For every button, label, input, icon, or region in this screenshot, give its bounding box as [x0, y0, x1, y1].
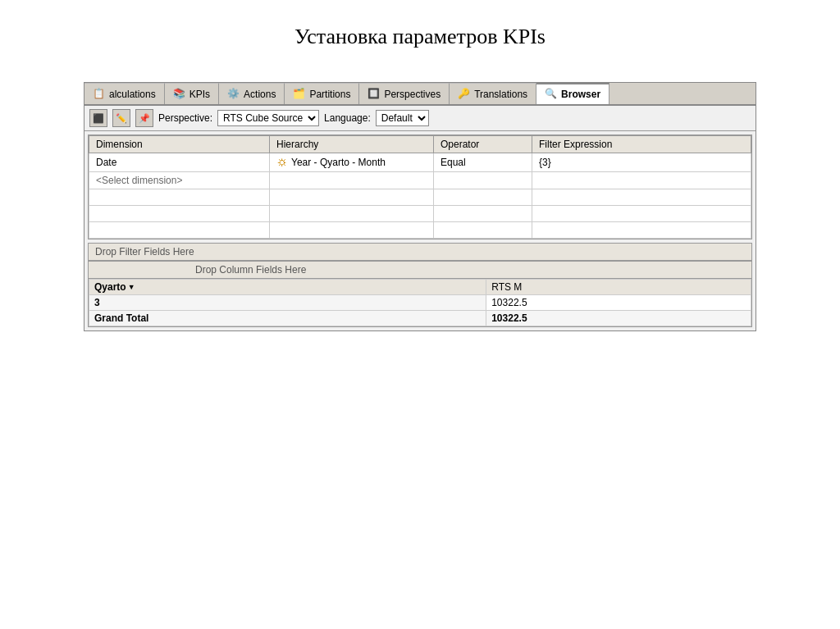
table-row: Date ⛭ Year - Qyarto - Month Equal {3}	[89, 153, 751, 172]
empty-cell	[270, 206, 434, 222]
filter-area: Dimension Hierarchy Operator Filter Expr…	[88, 134, 752, 239]
tab-calculations[interactable]: 📋 alculations	[84, 83, 165, 104]
actions-icon: ⚙️	[227, 88, 240, 101]
pivot-col-header: RTS M	[486, 280, 751, 295]
pivot-value-0: 10322.5	[486, 295, 751, 311]
empty-cell	[434, 222, 532, 239]
col-dimension: Dimension	[89, 136, 270, 153]
dropdown-arrow-icon: ▼	[128, 283, 135, 291]
kpis-icon: 📚	[173, 88, 186, 101]
col-operator: Operator	[434, 136, 532, 153]
toolbar-btn-3[interactable]: 📌	[135, 109, 153, 127]
empty-cell	[434, 189, 532, 206]
cell-operator-0: Equal	[434, 153, 532, 172]
empty-cell	[532, 222, 751, 239]
language-select[interactable]: Default	[376, 110, 429, 126]
pivot-total-value: 10322.5	[486, 311, 751, 326]
partitions-icon: 🗂️	[293, 88, 306, 101]
tab-browser[interactable]: 🔍 Browser	[536, 83, 609, 105]
cell-dimension-1[interactable]: <Select dimension>	[89, 172, 270, 189]
cell-filter-1	[532, 172, 751, 189]
toolbar: ⬛ ✏️ 📌 Perspective: RTS Cube Source Lang…	[84, 106, 756, 131]
tabs-bar: 📋 alculations 📚 KPIs ⚙️ Actions 🗂️ Parti…	[84, 83, 756, 106]
toolbar-btn-1[interactable]: ⬛	[89, 109, 107, 127]
language-label: Language:	[324, 112, 371, 124]
drop-filter-zone[interactable]: Drop Filter Fields Here	[88, 243, 752, 261]
col-hierarchy: Hierarchy	[270, 136, 434, 153]
filter-table: Dimension Hierarchy Operator Filter Expr…	[89, 135, 751, 239]
empty-cell	[270, 222, 434, 239]
drop-column-zone[interactable]: Drop Column Fields Here	[89, 262, 751, 279]
perspective-label: Perspective:	[158, 112, 212, 124]
browser-icon: 🔍	[545, 88, 558, 101]
empty-cell	[532, 189, 751, 206]
tab-partitions[interactable]: 🗂️ Partitions	[285, 83, 359, 104]
cell-hierarchy-1	[270, 172, 434, 189]
toolbar-btn-2[interactable]: ✏️	[112, 109, 130, 127]
col-filter-expression: Filter Expression	[532, 136, 751, 153]
table-row-empty	[89, 222, 751, 239]
translations-icon: 🔑	[458, 88, 471, 101]
tab-actions[interactable]: ⚙️ Actions	[219, 83, 285, 104]
hierarchy-icon: ⛭	[276, 156, 288, 169]
calculations-icon: 📋	[93, 88, 106, 101]
tab-perspectives[interactable]: 🔲 Perspectives	[359, 83, 450, 104]
cell-filter-0: {3}	[532, 153, 751, 172]
empty-cell	[89, 222, 270, 239]
pivot-total-label: Grand Total	[89, 311, 486, 326]
pivot-table: Qyarto ▼ RTS M 3 10322.5 Grand Total 103…	[89, 279, 751, 326]
page-title: Установка параметров KPIs	[0, 0, 840, 66]
empty-cell	[89, 206, 270, 222]
pivot-total-row: Grand Total 10322.5	[89, 311, 751, 326]
cell-operator-1	[434, 172, 532, 189]
pivot-data-row: 3 10322.5	[89, 295, 751, 311]
pivot-area: Drop Column Fields Here Qyarto ▼ RTS M 3	[88, 261, 752, 327]
tab-translations[interactable]: 🔑 Translations	[450, 83, 536, 104]
empty-cell	[532, 206, 751, 222]
empty-cell	[270, 189, 434, 206]
pivot-row-label-0: 3	[89, 295, 486, 311]
empty-cell	[434, 206, 532, 222]
pivot-row-header[interactable]: Qyarto ▼	[89, 280, 486, 295]
empty-cell	[89, 189, 270, 206]
table-row-empty	[89, 206, 751, 222]
tab-kpis[interactable]: 📚 KPIs	[165, 83, 219, 104]
main-window: 📋 alculations 📚 KPIs ⚙️ Actions 🗂️ Parti…	[84, 82, 756, 331]
table-row-empty	[89, 189, 751, 206]
cell-hierarchy-0: ⛭ Year - Qyarto - Month	[270, 153, 434, 172]
perspective-select[interactable]: RTS Cube Source	[217, 110, 319, 126]
cell-dimension-0: Date	[89, 153, 270, 172]
perspectives-icon: 🔲	[368, 88, 381, 101]
table-row: <Select dimension>	[89, 172, 751, 189]
